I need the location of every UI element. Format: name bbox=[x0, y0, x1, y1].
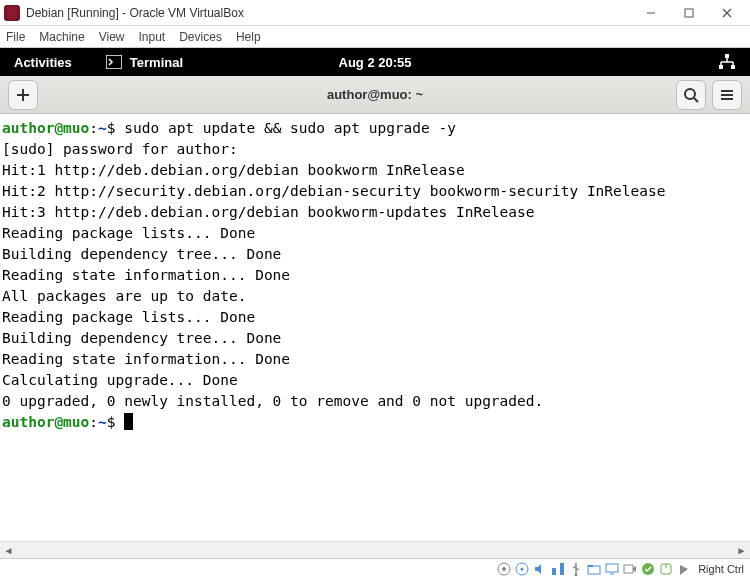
svg-rect-6 bbox=[719, 65, 723, 69]
menu-devices[interactable]: Devices bbox=[179, 30, 222, 44]
svg-rect-24 bbox=[560, 563, 564, 575]
menu-view[interactable]: View bbox=[99, 30, 125, 44]
network-status-icon[interactable] bbox=[550, 561, 565, 576]
terminal-line: 0 upgraded, 0 newly installed, 0 to remo… bbox=[2, 391, 748, 412]
network-icon[interactable] bbox=[718, 53, 736, 71]
close-button[interactable] bbox=[708, 0, 746, 26]
terminal-line: Reading package lists... Done bbox=[2, 307, 748, 328]
shared-folder-icon[interactable] bbox=[586, 561, 601, 576]
svg-rect-30 bbox=[624, 565, 633, 573]
maximize-button[interactable] bbox=[670, 0, 708, 26]
terminal-line: Reading state information... Done bbox=[2, 349, 748, 370]
terminal-line: All packages are up to date. bbox=[2, 286, 748, 307]
terminal-output[interactable]: author@muo:~$ sudo apt update && sudo ap… bbox=[0, 114, 750, 541]
new-tab-button[interactable] bbox=[8, 80, 38, 110]
window-title: Debian [Running] - Oracle VM VirtualBox bbox=[26, 6, 632, 20]
guest-additions-icon[interactable] bbox=[640, 561, 655, 576]
window-controls bbox=[632, 0, 746, 26]
terminal-line: Calculating upgrade... Done bbox=[2, 370, 748, 391]
svg-line-15 bbox=[694, 98, 698, 102]
optical-icon[interactable] bbox=[514, 561, 529, 576]
vbox-statusbar: Right Ctrl bbox=[0, 558, 750, 578]
svg-point-14 bbox=[685, 89, 695, 99]
menu-file[interactable]: File bbox=[6, 30, 25, 44]
usb-icon[interactable] bbox=[568, 561, 583, 576]
app-menu[interactable]: Terminal bbox=[106, 55, 183, 70]
menu-help[interactable]: Help bbox=[236, 30, 261, 44]
terminal-line: Hit:3 http://deb.debian.org/debian bookw… bbox=[2, 202, 748, 223]
svg-rect-1 bbox=[685, 9, 693, 17]
scroll-right-arrow[interactable]: ► bbox=[733, 542, 750, 559]
svg-rect-28 bbox=[606, 564, 618, 572]
terminal-line: Building dependency tree... Done bbox=[2, 328, 748, 349]
svg-point-25 bbox=[574, 573, 577, 576]
hamburger-icon bbox=[720, 88, 734, 102]
plus-icon bbox=[16, 88, 30, 102]
scroll-left-arrow[interactable]: ◄ bbox=[0, 542, 17, 559]
terminal-headerbar: author@muo: ~ bbox=[0, 76, 750, 114]
svg-point-20 bbox=[502, 567, 506, 571]
hamburger-menu-button[interactable] bbox=[712, 80, 742, 110]
svg-rect-4 bbox=[106, 55, 122, 69]
vbox-menubar: File Machine View Input Devices Help bbox=[0, 26, 750, 48]
virtualbox-icon bbox=[4, 5, 20, 21]
host-key-label: Right Ctrl bbox=[698, 563, 744, 575]
menu-input[interactable]: Input bbox=[139, 30, 166, 44]
terminal-line: author@muo:~$ bbox=[2, 412, 748, 433]
menu-machine[interactable]: Machine bbox=[39, 30, 84, 44]
svg-rect-7 bbox=[731, 65, 735, 69]
vbox-titlebar: Debian [Running] - Oracle VM VirtualBox bbox=[0, 0, 750, 26]
recording-icon[interactable] bbox=[622, 561, 637, 576]
terminal-line: Reading state information... Done bbox=[2, 265, 748, 286]
horizontal-scrollbar[interactable]: ◄ ► bbox=[0, 541, 750, 558]
activities-button[interactable]: Activities bbox=[14, 55, 72, 70]
terminal-line: Hit:1 http://deb.debian.org/debian bookw… bbox=[2, 160, 748, 181]
terminal-line: Reading package lists... Done bbox=[2, 223, 748, 244]
terminal-title: author@muo: ~ bbox=[327, 87, 423, 102]
svg-rect-23 bbox=[552, 568, 556, 575]
display-icon[interactable] bbox=[604, 561, 619, 576]
svg-rect-27 bbox=[588, 565, 593, 567]
terminal-line: author@muo:~$ sudo apt update && sudo ap… bbox=[2, 118, 748, 139]
gnome-topbar: Activities Terminal Aug 2 20:55 bbox=[0, 48, 750, 76]
terminal-line: [sudo] password for author: bbox=[2, 139, 748, 160]
hdd-icon[interactable] bbox=[496, 561, 511, 576]
mouse-integration-icon[interactable] bbox=[658, 561, 673, 576]
cursor bbox=[124, 413, 133, 430]
app-menu-label: Terminal bbox=[130, 55, 183, 70]
terminal-line: Hit:2 http://security.debian.org/debian-… bbox=[2, 181, 748, 202]
terminal-icon bbox=[106, 55, 122, 69]
search-icon bbox=[683, 87, 699, 103]
audio-icon[interactable] bbox=[532, 561, 547, 576]
search-button[interactable] bbox=[676, 80, 706, 110]
keyboard-capture-icon[interactable] bbox=[676, 561, 691, 576]
terminal-line: Building dependency tree... Done bbox=[2, 244, 748, 265]
clock[interactable]: Aug 2 20:55 bbox=[339, 55, 412, 70]
minimize-button[interactable] bbox=[632, 0, 670, 26]
svg-rect-26 bbox=[588, 566, 600, 574]
svg-rect-5 bbox=[725, 54, 729, 58]
svg-point-22 bbox=[520, 567, 523, 570]
